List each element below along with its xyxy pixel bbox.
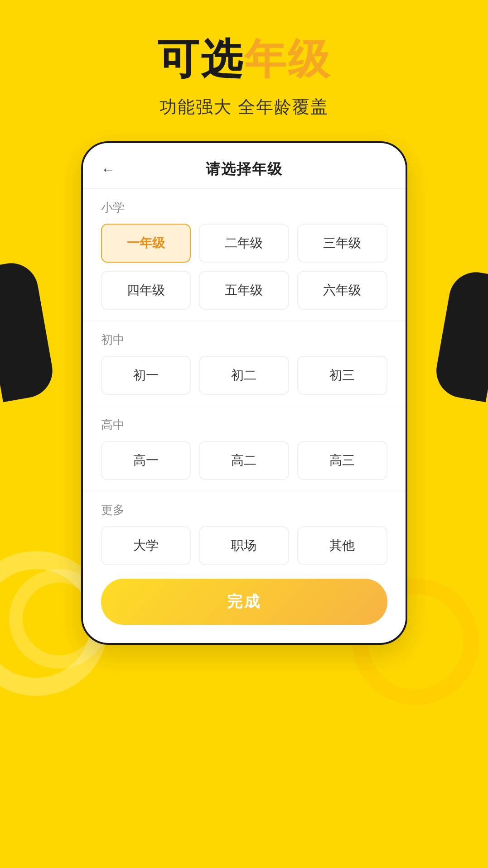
grade-15-button[interactable]: 其他 [297,526,387,565]
more-label: 更多 [101,502,387,518]
grade-2-button[interactable]: 二年级 [199,224,289,263]
more-grade-grid: 大学 职场 其他 [101,526,387,565]
headline: 可选年级 [0,36,488,82]
high-grade-grid: 高一 高二 高三 [101,441,387,480]
high-school-section: 高中 高一 高二 高三 [83,406,406,480]
grade-5-button[interactable]: 五年级 [199,271,289,310]
back-button[interactable]: ← [101,161,116,178]
screen: ← 请选择年级 小学 一年级 二年级 三年级 四年级 五年级 六年级 初中 [83,143,406,625]
screen-title: 请选择年级 [206,159,283,179]
screen-header: ← 请选择年级 [83,143,406,189]
grade-12-button[interactable]: 高三 [297,441,387,480]
phone-container: ← 请选择年级 小学 一年级 二年级 三年级 四年级 五年级 六年级 初中 [0,141,488,645]
grade-1-button[interactable]: 一年级 [101,224,191,263]
grade-4-button[interactable]: 四年级 [101,271,191,310]
grade-8-button[interactable]: 初二 [199,356,289,395]
grade-14-button[interactable]: 职场 [199,526,289,565]
high-label: 高中 [101,417,387,433]
middle-grade-grid: 初一 初二 初三 [101,356,387,395]
primary-grade-grid: 一年级 二年级 三年级 四年级 五年级 六年级 [101,224,387,310]
more-section: 更多 大学 职场 其他 [83,491,406,565]
grade-3-button[interactable]: 三年级 [297,224,387,263]
primary-school-section: 小学 一年级 二年级 三年级 四年级 五年级 六年级 [83,189,406,310]
phone-mockup: ← 请选择年级 小学 一年级 二年级 三年级 四年级 五年级 六年级 初中 [81,141,407,645]
primary-label: 小学 [101,200,387,216]
headline-yellow: 年级 [244,36,331,82]
grade-6-button[interactable]: 六年级 [297,271,387,310]
grade-9-button[interactable]: 初三 [297,356,387,395]
subtitle: 功能强大 全年龄覆盖 [0,96,488,119]
grade-10-button[interactable]: 高一 [101,441,191,480]
grade-7-button[interactable]: 初一 [101,356,191,395]
middle-school-section: 初中 初一 初二 初三 [83,321,406,395]
middle-label: 初中 [101,332,387,348]
headline-black: 可选 [157,36,244,82]
grade-13-button[interactable]: 大学 [101,526,191,565]
confirm-button[interactable]: 完成 [101,579,387,625]
grade-11-button[interactable]: 高二 [199,441,289,480]
top-section: 可选年级 功能强大 全年龄覆盖 [0,0,488,119]
